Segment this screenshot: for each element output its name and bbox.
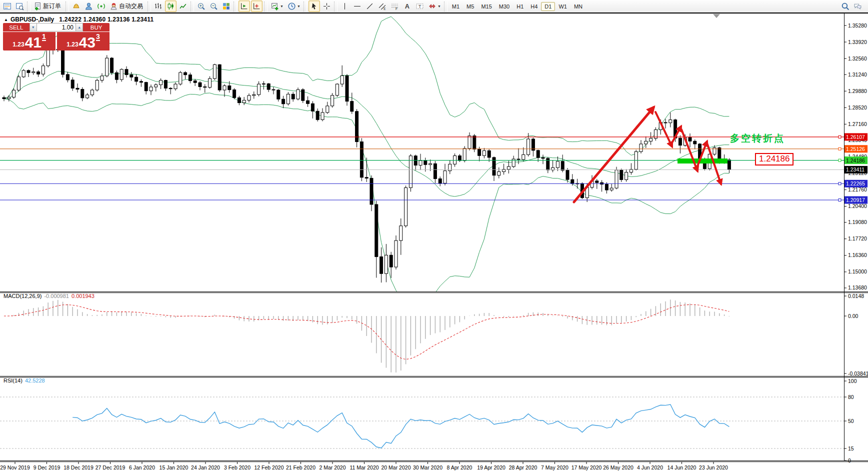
new-order-button[interactable]: 新订单: [32, 0, 64, 12]
signals-button[interactable]: [96, 0, 107, 12]
channel-icon: E: [378, 2, 386, 10]
timeframe-d1-button[interactable]: D1: [541, 2, 555, 11]
price-axis[interactable]: 1.352801.339201.325601.312401.298801.285…: [844, 22, 868, 464]
candle-body: [66, 74, 69, 80]
collapse-panel-icon[interactable]: ▲: [4, 18, 8, 22]
candle-body: [184, 72, 187, 75]
sell-button[interactable]: SELL: [3, 23, 30, 32]
candle-body: [419, 160, 422, 165]
candle-body: [605, 184, 608, 190]
line-anchor[interactable]: [838, 136, 841, 138]
new-chart-button[interactable]: ▼: [269, 0, 285, 12]
line-anchor[interactable]: [838, 148, 841, 150]
line-anchor[interactable]: [838, 159, 841, 162]
svg-text:1.28520: 1.28520: [848, 104, 867, 110]
candlestick-chart-button[interactable]: [165, 0, 176, 12]
svg-text:1.21760: 1.21760: [848, 186, 867, 192]
candle-body: [434, 164, 436, 178]
level-price-label[interactable]: 1.24186: [755, 153, 794, 166]
search-button[interactable]: [840, 0, 851, 12]
buy-price-big: 43: [79, 36, 96, 50]
cursor-button[interactable]: [308, 0, 320, 12]
timeframe-m15-button[interactable]: M15: [478, 2, 495, 11]
turning-point-annotation[interactable]: 多空转折点: [730, 132, 785, 145]
fibonacci-button[interactable]: F: [389, 0, 400, 12]
candle-body: [282, 99, 285, 104]
candle-body: [277, 90, 280, 99]
trend-arrow[interactable]: [682, 130, 698, 171]
candle-body: [292, 94, 294, 99]
timeframe-h1-button[interactable]: H1: [513, 2, 527, 11]
label-button[interactable]: T: [414, 0, 426, 12]
timeframe-m5-button[interactable]: M5: [463, 2, 478, 11]
autotrade-icon: [110, 2, 118, 10]
candle-body: [482, 150, 486, 156]
line-chart-button[interactable]: [178, 0, 189, 12]
svg-text:15 Jan 2020: 15 Jan 2020: [160, 464, 188, 470]
bar-chart-button[interactable]: [152, 0, 164, 12]
history-center-button[interactable]: [70, 0, 82, 12]
data-window-button[interactable]: [14, 0, 26, 12]
sell-price-pip: 1: [42, 33, 46, 41]
candle-body: [228, 86, 231, 90]
trend-arrow[interactable]: [574, 108, 654, 202]
channel-button[interactable]: E: [376, 0, 388, 12]
svg-text:24 Jan 2020: 24 Jan 2020: [191, 464, 220, 470]
timeframe-mn-button[interactable]: MN: [570, 2, 586, 11]
candle-body: [252, 94, 256, 96]
person-icon: [84, 2, 93, 10]
date-axis[interactable]: 29 Nov 20199 Dec 201918 Dec 201927 Dec 2…: [0, 462, 728, 470]
volume-up-button[interactable]: ▲: [76, 23, 83, 32]
chart-shift-button[interactable]: [251, 0, 262, 12]
candle-body: [571, 180, 574, 184]
crosshair-button[interactable]: [321, 0, 332, 12]
vertical-line-button[interactable]: [339, 0, 350, 12]
candle-body: [150, 87, 152, 91]
svg-text:12 Feb 2020: 12 Feb 2020: [254, 464, 284, 470]
community-button[interactable]: [83, 0, 94, 12]
market-watch-button[interactable]: [2, 0, 13, 12]
timeframe-w1-button[interactable]: W1: [555, 2, 570, 11]
line-anchor[interactable]: [838, 182, 841, 185]
autotrading-button[interactable]: 自动交易: [108, 0, 146, 12]
svg-text:F: F: [396, 7, 398, 10]
svg-text:2 Mar 2020: 2 Mar 2020: [319, 464, 346, 470]
timeframe-h4-button[interactable]: H4: [527, 2, 541, 11]
candle-body: [42, 66, 44, 74]
toolbar-separator: [444, 2, 448, 12]
line-anchor[interactable]: [838, 199, 841, 202]
timeframe-m1-button[interactable]: M1: [448, 2, 463, 11]
text-icon: A: [403, 2, 412, 10]
svg-text:7 May 2020: 7 May 2020: [541, 464, 568, 470]
timeframe-m30-button[interactable]: M30: [496, 2, 513, 11]
sell-price-button[interactable]: 1.23 41 1: [3, 32, 56, 50]
chat-button[interactable]: [852, 0, 864, 12]
buy-button[interactable]: BUY: [83, 23, 110, 32]
macd-signal-value: 0.001943: [72, 293, 94, 299]
zoom-in-button[interactable]: [196, 0, 207, 12]
zoom-out-button[interactable]: [208, 0, 220, 12]
text-button[interactable]: A: [402, 0, 413, 12]
signal-icon: [97, 2, 106, 10]
candle-body: [694, 141, 696, 144]
horizontal-line-button[interactable]: [352, 0, 363, 12]
buy-price-button[interactable]: 1.23 43 3: [57, 32, 110, 50]
toolbar-separator: [304, 2, 307, 12]
sell-price-big: 41: [25, 36, 42, 50]
shapes-button[interactable]: ▼: [426, 0, 442, 12]
candle-body: [198, 82, 202, 86]
svg-text:1.20917: 1.20917: [846, 197, 865, 203]
volume-input[interactable]: [37, 23, 76, 32]
candle-body: [625, 172, 628, 180]
candle-body: [262, 84, 265, 84]
candle-body: [463, 148, 466, 160]
macd-name: MACD(12,26,9): [4, 293, 42, 299]
chart-shift-marker[interactable]: [713, 14, 720, 18]
tile-windows-button[interactable]: [220, 0, 232, 12]
trendline-button[interactable]: [364, 0, 376, 12]
support-zone-bar[interactable]: [678, 158, 728, 164]
period-button[interactable]: ▼: [286, 0, 302, 12]
volume-down-button[interactable]: ▼: [30, 23, 37, 32]
auto-scroll-button[interactable]: [238, 0, 250, 12]
svg-text:19 Apr 2020: 19 Apr 2020: [477, 464, 506, 470]
